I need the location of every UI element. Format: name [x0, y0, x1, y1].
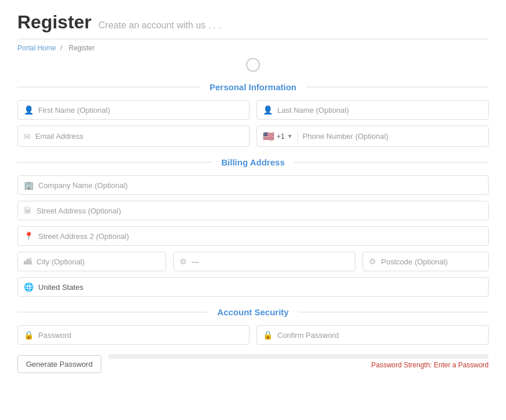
breadcrumb: Portal Home / Register [17, 44, 489, 52]
state-icon: ⚙ [179, 257, 187, 266]
location-icon: 📍 [24, 231, 34, 241]
account-security-divider: Account Security [17, 307, 489, 317]
strength-label: Password Strength: [371, 361, 432, 369]
city-field[interactable]: 🏙 [17, 252, 166, 271]
postcode-field[interactable]: ⚙ [362, 252, 489, 271]
strength-container: Password Strength: Enter a Password [108, 351, 489, 369]
first-name-input[interactable] [38, 106, 243, 115]
last-name-input[interactable] [277, 106, 482, 115]
country-input[interactable] [38, 283, 482, 292]
company-input[interactable] [38, 181, 482, 190]
street1-row: 🏛 [17, 201, 489, 220]
company-row: 🏢 [17, 175, 489, 195]
name-row: 👤 👤 [17, 100, 489, 120]
city-input[interactable] [36, 257, 160, 266]
company-field[interactable]: 🏢 [17, 175, 489, 195]
phone-code: +1 [277, 132, 285, 141]
street2-row: 📍 [17, 226, 489, 246]
breadcrumb-separator: / [60, 44, 62, 52]
billing-address-divider: Billing Address [17, 157, 489, 167]
lock-icon: 🔒 [24, 330, 34, 340]
person-icon-2: 👤 [263, 105, 273, 115]
person-icon: 👤 [24, 105, 34, 115]
state-input[interactable] [192, 257, 350, 266]
page-subtitle: Create an account with us . . . [98, 20, 221, 31]
password-input[interactable] [38, 331, 243, 340]
postcode-input[interactable] [381, 257, 482, 266]
email-input[interactable] [35, 132, 243, 141]
last-name-field[interactable]: 👤 [256, 100, 489, 120]
street2-field[interactable]: 📍 [17, 226, 489, 246]
page-header: Register Create an account with us . . . [17, 12, 489, 39]
country-row: 🌐 [17, 277, 489, 297]
state-field[interactable]: ⚙ [173, 252, 356, 271]
phone-dropdown-arrow: ▼ [287, 133, 293, 139]
lock-icon-2: 🔒 [263, 330, 273, 340]
email-icon: ✉ [24, 132, 31, 141]
password-field[interactable]: 🔒 [17, 325, 250, 345]
password-strength-bar [108, 354, 489, 359]
phone-input[interactable] [303, 132, 482, 141]
personal-info-title: Personal Information [200, 82, 306, 92]
street2-input[interactable] [38, 232, 482, 241]
contact-row: ✉ 🇺🇸 +1 ▼ [17, 126, 489, 147]
loading-indicator [246, 58, 260, 72]
globe-icon: 🌐 [24, 282, 34, 292]
street1-field[interactable]: 🏛 [17, 201, 489, 220]
account-security-title: Account Security [208, 307, 298, 317]
generate-password-button[interactable]: Generate Password [17, 355, 101, 373]
country-field[interactable]: 🌐 [17, 277, 489, 297]
city-state-postcode-row: 🏙 ⚙ ⚙ [17, 252, 489, 271]
breadcrumb-current: Register [69, 44, 95, 52]
street1-input[interactable] [36, 207, 482, 215]
page-title: Register [17, 12, 91, 33]
strength-value: Enter a Password [434, 361, 489, 369]
breadcrumb-home[interactable]: Portal Home [17, 44, 56, 52]
city-icon: 🏙 [24, 257, 32, 266]
postcode-icon: ⚙ [369, 257, 376, 266]
phone-prefix-selector[interactable]: 🇺🇸 +1 ▼ [263, 131, 298, 142]
first-name-field[interactable]: 👤 [17, 100, 250, 120]
personal-info-divider: Personal Information [17, 82, 489, 92]
phone-field[interactable]: 🇺🇸 +1 ▼ [256, 126, 489, 147]
confirm-password-input[interactable] [277, 331, 482, 340]
billing-address-title: Billing Address [212, 157, 294, 167]
confirm-password-field[interactable]: 🔒 [256, 325, 489, 345]
password-row: 🔒 🔒 [17, 325, 489, 345]
flag-icon: 🇺🇸 [263, 131, 274, 142]
street-icon: 🏛 [24, 206, 32, 215]
password-bottom: Generate Password Password Strength: Ent… [17, 351, 489, 373]
building-icon: 🏢 [24, 180, 34, 190]
password-strength-text: Password Strength: Enter a Password [108, 361, 489, 369]
email-field[interactable]: ✉ [17, 126, 250, 147]
